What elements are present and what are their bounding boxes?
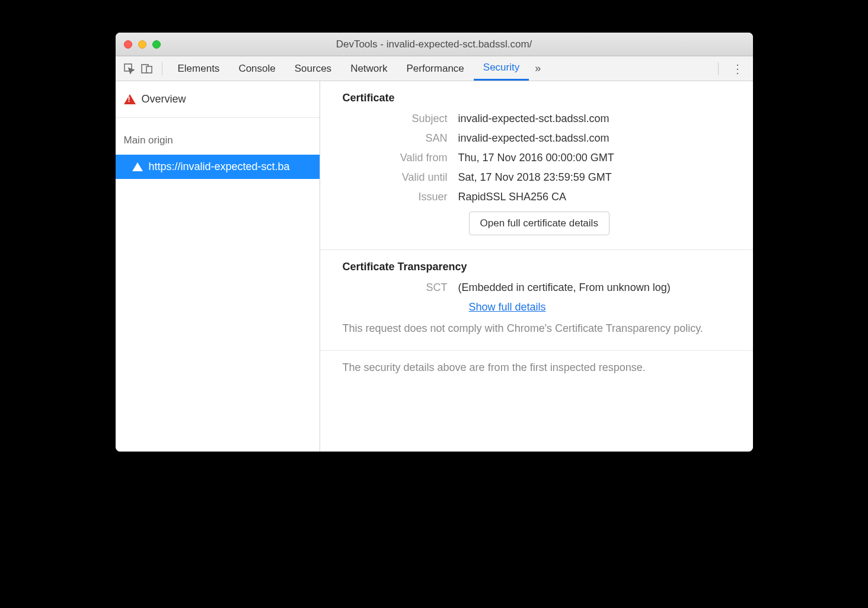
issuer-value: RapidSSL SHA256 CA <box>458 191 730 203</box>
more-tabs-icon[interactable]: » <box>535 62 541 75</box>
panel-body: Overview Main origin https://invalid-exp… <box>116 81 753 452</box>
footer-note: The security details above are from the … <box>320 351 753 385</box>
cert-subject-row: Subject invalid-expected-sct.badssl.com <box>343 113 730 125</box>
valid-until-value: Sat, 17 Nov 2018 23:59:59 GMT <box>458 171 730 184</box>
origin-url: https://invalid-expected-sct.ba <box>149 161 290 173</box>
certificate-heading: Certificate <box>343 92 730 104</box>
overview-label: Overview <box>142 93 186 105</box>
main-toolbar: Elements Console Sources Network Perform… <box>116 56 753 81</box>
main-origin-heading: Main origin <box>116 118 320 155</box>
devtools-window: DevTools - invalid-expected-sct.badssl.c… <box>116 33 753 452</box>
cert-san-row: SAN invalid-expected-sct.badssl.com <box>343 132 730 145</box>
toolbar-separator <box>718 62 719 75</box>
settings-menu-icon[interactable]: ⋮ <box>732 62 743 76</box>
cert-valid-from-row: Valid from Thu, 17 Nov 2016 00:00:00 GMT <box>343 152 730 164</box>
ct-block: Certificate Transparency SCT (Embedded i… <box>320 250 753 351</box>
subject-label: Subject <box>343 113 458 125</box>
cert-issuer-row: Issuer RapidSSL SHA256 CA <box>343 191 730 203</box>
window-title: DevTools - invalid-expected-sct.badssl.c… <box>116 39 753 50</box>
subject-value: invalid-expected-sct.badssl.com <box>458 113 730 125</box>
security-details: Certificate Subject invalid-expected-sct… <box>320 81 753 452</box>
tab-performance[interactable]: Performance <box>397 56 473 81</box>
ct-noncompliance-note: This request does not comply with Chrome… <box>343 321 730 336</box>
zoom-button[interactable] <box>152 40 161 49</box>
close-button[interactable] <box>124 40 132 49</box>
titlebar: DevTools - invalid-expected-sct.badssl.c… <box>116 33 753 56</box>
inspect-element-icon[interactable] <box>120 60 138 78</box>
warning-triangle-icon <box>124 94 136 104</box>
tab-network[interactable]: Network <box>341 56 397 81</box>
traffic-lights <box>124 40 161 49</box>
warning-triangle-icon <box>132 162 143 171</box>
security-sidebar: Overview Main origin https://invalid-exp… <box>116 81 320 452</box>
origin-item[interactable]: https://invalid-expected-sct.ba <box>116 155 320 179</box>
san-value: invalid-expected-sct.badssl.com <box>458 132 730 145</box>
tab-console[interactable]: Console <box>229 56 285 81</box>
tab-sources[interactable]: Sources <box>285 56 341 81</box>
issuer-label: Issuer <box>343 191 458 203</box>
svg-rect-2 <box>146 66 152 73</box>
panel-tabs: Elements Console Sources Network Perform… <box>168 56 541 81</box>
tab-security[interactable]: Security <box>474 56 529 81</box>
open-certificate-button[interactable]: Open full certificate details <box>469 212 609 235</box>
sct-label: SCT <box>343 281 458 294</box>
valid-from-label: Valid from <box>343 152 458 164</box>
show-full-details-link[interactable]: Show full details <box>469 301 546 313</box>
tab-elements[interactable]: Elements <box>168 56 229 81</box>
certificate-block: Certificate Subject invalid-expected-sct… <box>320 81 753 250</box>
sct-value: (Embedded in certificate, From unknown l… <box>458 281 730 294</box>
cert-valid-until-row: Valid until Sat, 17 Nov 2018 23:59:59 GM… <box>343 171 730 184</box>
ct-heading: Certificate Transparency <box>343 261 730 273</box>
minimize-button[interactable] <box>138 40 146 49</box>
san-label: SAN <box>343 132 458 145</box>
toolbar-separator <box>162 62 162 75</box>
overview-item[interactable]: Overview <box>116 81 320 118</box>
valid-until-label: Valid until <box>343 171 458 184</box>
sct-row: SCT (Embedded in certificate, From unkno… <box>343 281 730 294</box>
device-toolbar-icon[interactable] <box>138 60 156 78</box>
valid-from-value: Thu, 17 Nov 2016 00:00:00 GMT <box>458 152 730 164</box>
